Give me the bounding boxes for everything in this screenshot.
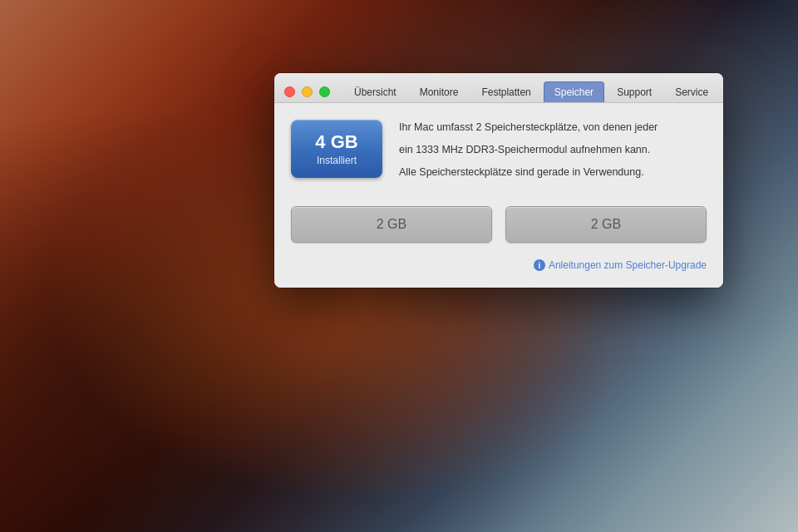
tab-monitore[interactable]: Monitore [409,81,470,102]
title-bar: Übersicht Monitore Festplatten Speicher … [274,73,723,103]
installed-memory-badge: 4 GB Installiert [291,120,382,178]
upgrade-link-section[interactable]: i Anleitungen zum Speicher-Upgrade [291,259,707,271]
memory-size: 4 GB [306,131,367,153]
tab-service[interactable]: Service [664,81,719,102]
memory-summary-section: 4 GB Installiert Ihr Mac umfasst 2 Speic… [291,120,707,186]
memory-info-line3: Alle Speichersteckplätze sind gerade in … [399,165,707,180]
tab-festplatten[interactable]: Festplatten [470,81,541,102]
maximize-button[interactable] [319,86,330,97]
memory-description: Ihr Mac umfasst 2 Speichersteckplätze, v… [399,120,707,186]
memory-info-line1: Ihr Mac umfasst 2 Speichersteckplätze, v… [399,120,707,135]
tab-speicher[interactable]: Speicher [544,81,604,102]
content-area: 4 GB Installiert Ihr Mac umfasst 2 Speic… [274,103,723,288]
tab-ubersicht[interactable]: Übersicht [343,81,407,102]
memory-info-line2: ein 1333 MHz DDR3-Speichermodul aufnehme… [399,142,707,158]
memory-installed-label: Installiert [306,155,367,166]
minimize-button[interactable] [302,86,313,97]
system-info-window: Übersicht Monitore Festplatten Speicher … [274,73,723,288]
memory-slot-1[interactable]: 2 GB [291,206,492,243]
memory-slot-2[interactable]: 2 GB [505,206,707,243]
tab-support[interactable]: Support [606,81,663,102]
close-button[interactable] [284,86,295,97]
info-icon: i [534,259,545,271]
traffic-lights [284,86,330,97]
tab-bar: Übersicht Monitore Festplatten Speicher … [343,81,719,102]
upgrade-link-label[interactable]: Anleitungen zum Speicher-Upgrade [549,259,707,271]
memory-slots-section: 2 GB 2 GB [291,206,707,243]
